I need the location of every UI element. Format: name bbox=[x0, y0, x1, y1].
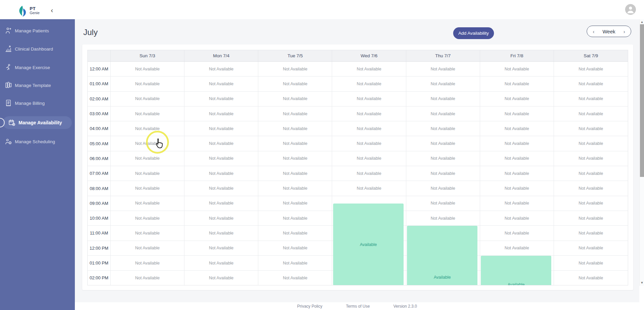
calendar-cell[interactable]: Not Available bbox=[184, 226, 258, 241]
calendar-cell[interactable]: Not Available bbox=[480, 196, 554, 211]
vertical-scrollbar[interactable]: ▲ ▼ bbox=[639, 19, 644, 286]
calendar-cell[interactable]: Not Available bbox=[111, 256, 184, 271]
calendar-cell[interactable]: Not Available bbox=[554, 271, 628, 285]
calendar-cell[interactable]: Not Available bbox=[111, 151, 184, 166]
calendar-cell[interactable]: Not Available bbox=[184, 136, 258, 151]
sidebar-item-manage-patients[interactable]: Manage Patients bbox=[0, 23, 75, 38]
calendar-cell[interactable]: Not Available bbox=[111, 211, 184, 226]
calendar-cell[interactable]: Not Available bbox=[554, 166, 628, 181]
calendar-cell[interactable]: Not Available bbox=[480, 62, 554, 76]
pt-genie-logo[interactable]: PT Genie bbox=[18, 5, 39, 18]
calendar-cell[interactable]: Not Available bbox=[480, 92, 554, 106]
scroll-up-arrow-icon[interactable]: ▲ bbox=[640, 20, 644, 24]
calendar-cell[interactable]: Not Available bbox=[111, 226, 184, 241]
calendar-cell[interactable]: Not Available bbox=[111, 166, 184, 181]
calendar-cell[interactable]: Not Available bbox=[480, 181, 554, 196]
calendar-cell[interactable]: Not Available bbox=[406, 166, 480, 181]
calendar-cell[interactable]: Not Available bbox=[111, 271, 184, 285]
sidebar-item-clinical-dashboard[interactable]: Clinical Dashboard bbox=[0, 41, 75, 56]
calendar-cell[interactable]: Not Available bbox=[184, 121, 258, 136]
calendar-cell[interactable]: Not Available bbox=[554, 62, 628, 76]
footer-link-terms-of-use[interactable]: Terms of Use bbox=[346, 304, 370, 309]
calendar-cell[interactable]: Not Available bbox=[554, 151, 628, 166]
scrollbar-thumb[interactable] bbox=[640, 24, 644, 177]
calendar-cell[interactable]: Not Available bbox=[258, 106, 332, 121]
calendar-cell[interactable]: Not Available bbox=[332, 136, 406, 151]
calendar-cell[interactable]: Not Available bbox=[554, 196, 628, 211]
calendar-cell[interactable]: Not Available bbox=[184, 92, 258, 106]
sidebar-item-manage-template[interactable]: Manage Template bbox=[0, 78, 75, 93]
calendar-cell[interactable]: Not Available bbox=[332, 62, 406, 76]
calendar-cell[interactable]: Not Available bbox=[111, 106, 184, 121]
calendar-cell[interactable]: Not Available bbox=[184, 196, 258, 211]
calendar-cell[interactable]: Not Available bbox=[258, 92, 332, 106]
calendar-cell[interactable]: Not Available bbox=[554, 121, 628, 136]
calendar-cell[interactable]: Not Available bbox=[258, 151, 332, 166]
calendar-cell[interactable]: Not Available bbox=[406, 62, 480, 76]
calendar-cell[interactable]: Not Available bbox=[332, 151, 406, 166]
calendar-cell[interactable]: Not Available bbox=[554, 136, 628, 151]
calendar-cell[interactable]: Not Available bbox=[258, 181, 332, 196]
availability-block[interactable]: Available bbox=[481, 256, 551, 285]
add-availability-button[interactable]: Add Availability bbox=[453, 27, 494, 39]
calendar-cell[interactable]: Not Available bbox=[258, 62, 332, 76]
calendar-cell[interactable]: Not Available bbox=[480, 76, 554, 91]
next-week-chevron-icon[interactable]: › bbox=[622, 28, 626, 35]
calendar-cell[interactable]: Not Available bbox=[258, 76, 332, 91]
calendar-cell[interactable]: Not Available bbox=[111, 241, 184, 256]
scroll-down-arrow-icon[interactable]: ▼ bbox=[640, 281, 644, 285]
calendar-cell[interactable]: Not Available bbox=[406, 181, 480, 196]
calendar-cell[interactable]: Not Available bbox=[184, 241, 258, 256]
calendar-cell[interactable]: Not Available bbox=[258, 196, 332, 211]
calendar-cell[interactable]: Not Available bbox=[554, 76, 628, 91]
calendar-cell[interactable]: Not Available bbox=[480, 166, 554, 181]
calendar-cell[interactable]: Not Available bbox=[554, 211, 628, 226]
calendar-cell[interactable]: Not Available bbox=[332, 121, 406, 136]
calendar-cell[interactable]: Not Available bbox=[258, 226, 332, 241]
calendar-cell[interactable]: Not Available bbox=[480, 226, 554, 241]
calendar-cell[interactable]: Not Available bbox=[184, 166, 258, 181]
calendar-cell[interactable]: Not Available bbox=[480, 121, 554, 136]
calendar-cell[interactable]: Not Available bbox=[406, 151, 480, 166]
calendar-cell[interactable]: Not Available bbox=[406, 136, 480, 151]
calendar-cell[interactable]: Not Available bbox=[406, 211, 480, 226]
calendar-cell[interactable]: Not Available bbox=[258, 271, 332, 285]
calendar-cell[interactable]: Not Available bbox=[111, 92, 184, 106]
calendar-cell[interactable]: Not Available bbox=[332, 76, 406, 91]
calendar-cell[interactable]: Not Available bbox=[111, 121, 184, 136]
calendar-cell[interactable]: Not Available bbox=[554, 256, 628, 271]
calendar-cell[interactable]: Not Available bbox=[258, 211, 332, 226]
calendar-cell[interactable]: Not Available bbox=[554, 226, 628, 241]
calendar-cell[interactable]: Not Available bbox=[554, 241, 628, 256]
calendar-cell[interactable]: Not Available bbox=[111, 181, 184, 196]
previous-week-chevron-icon[interactable]: ‹ bbox=[592, 28, 595, 35]
calendar-cell[interactable]: Not Available bbox=[184, 256, 258, 271]
calendar-cell[interactable]: Not Available bbox=[184, 62, 258, 76]
calendar-cell[interactable]: Not Available bbox=[406, 92, 480, 106]
calendar-cell[interactable]: Not Available bbox=[554, 106, 628, 121]
sidebar-item-manage-availability[interactable]: Manage Availability bbox=[3, 116, 72, 129]
availability-block[interactable]: Available bbox=[407, 226, 477, 285]
sidebar-item-manage-exercise[interactable]: Manage Exercise bbox=[0, 60, 75, 75]
calendar-cell[interactable]: Not Available bbox=[480, 241, 554, 256]
calendar-cell[interactable]: Not Available bbox=[184, 271, 258, 285]
calendar-cell[interactable]: Not Available bbox=[480, 136, 554, 151]
calendar-cell[interactable]: Not Available bbox=[258, 136, 332, 151]
calendar-cell[interactable]: Not Available bbox=[406, 76, 480, 91]
availability-block[interactable]: Available bbox=[333, 204, 404, 285]
sidebar-item-manage-billing[interactable]: Manage Billing bbox=[0, 96, 75, 111]
calendar-cell[interactable]: Not Available bbox=[480, 151, 554, 166]
calendar-cell[interactable]: Not Available bbox=[258, 256, 332, 271]
calendar-cell[interactable]: Not Available bbox=[111, 76, 184, 91]
calendar-cell[interactable]: Not Available bbox=[406, 196, 480, 211]
calendar-cell[interactable]: Not Available bbox=[332, 181, 406, 196]
calendar-cell[interactable]: Not Available bbox=[406, 106, 480, 121]
calendar-cell[interactable]: Not Available bbox=[184, 211, 258, 226]
sidebar-item-manage-scheduling[interactable]: Manage Scheduling bbox=[0, 134, 75, 149]
calendar-cell[interactable]: Not Available bbox=[332, 106, 406, 121]
calendar-cell[interactable]: Not Available bbox=[332, 92, 406, 106]
calendar-cell[interactable]: Not Available bbox=[258, 121, 332, 136]
footer-link-privacy-policy[interactable]: Privacy Policy bbox=[297, 304, 322, 309]
calendar-cell[interactable]: Not Available bbox=[554, 181, 628, 196]
calendar-cell[interactable]: Not Available bbox=[111, 136, 184, 151]
